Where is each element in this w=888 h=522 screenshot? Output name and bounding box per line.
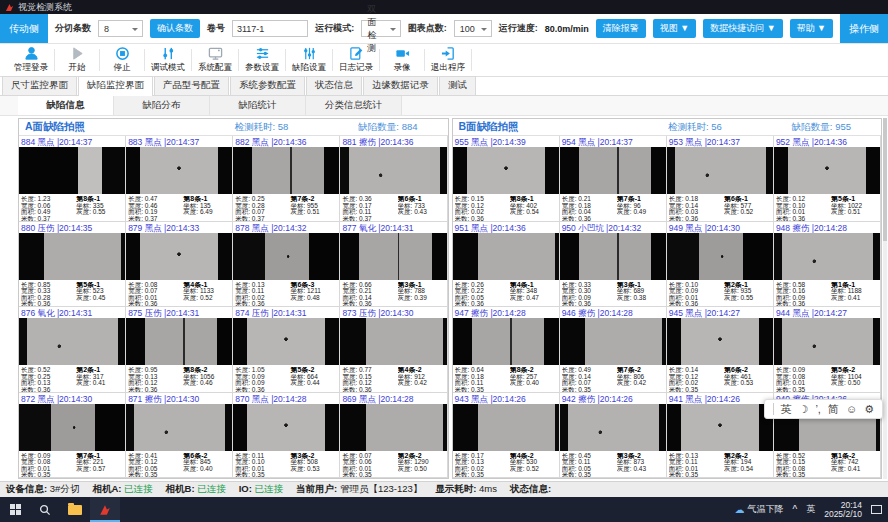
run-mode-select[interactable]: 双面检测 [361, 20, 400, 37]
data-access-menu-button[interactable]: 数据快捷访问 ▼ [703, 19, 782, 38]
start-button[interactable]: 开始 [55, 46, 99, 74]
defect-cell[interactable]: 949 黑点 |20:14:30长度: 0.10宽度: 0.09面积: 0.01… [667, 222, 774, 308]
info-left-column: 长度: 0.45宽度: 0.11面积: 0.05米数: 0.35 [562, 453, 617, 479]
defect-cell[interactable]: 878 黑点 |20:14:32长度: 0.13宽度: 0.11面积: 0.02… [233, 222, 340, 308]
drive-side-button[interactable]: 传动侧 [0, 14, 48, 43]
roll-number-input[interactable]: 3117-1 [232, 20, 308, 37]
param-settings-button[interactable]: 参数设置 [239, 46, 285, 74]
ime-simplified-icon[interactable]: 简 [828, 402, 839, 417]
confirm-count-button[interactable]: 确认条数 [150, 19, 200, 38]
info-line: 面积: 0.19 [128, 209, 183, 216]
defect-cell[interactable]: 955 黑点 |20:14:39长度: 0.15宽度: 0.12面积: 0.02… [453, 136, 560, 222]
defect-cell[interactable]: 870 黑点 |20:14:28长度: 0.11宽度: 0.10面积: 0.01… [233, 393, 340, 479]
panel-title: B面缺陷拍照 [459, 120, 519, 134]
info-line: 灰度: 0.42 [398, 380, 445, 387]
info-line: 面积: 0.01 [776, 380, 831, 387]
tab-status-info[interactable]: 状态信息 [306, 76, 362, 95]
defect-cell[interactable]: 877 氧化 |20:14:31长度: 0.66宽度: 0.21面积: 0.14… [340, 222, 447, 308]
start-button[interactable] [0, 497, 30, 522]
defect-cell[interactable]: 876 氧化 |20:14:31长度: 0.52宽度: 0.25面积: 0.13… [19, 307, 126, 393]
taskbar-explorer-button[interactable] [60, 497, 90, 522]
ime-settings-icon[interactable]: ⚙ [864, 403, 874, 416]
defect-cell[interactable]: 950 小凹坑 |20:14:32长度: 0.33宽度: 0.30面积: 0.0… [560, 222, 667, 308]
chart-points-select[interactable]: 100 [454, 20, 492, 37]
defect-cell[interactable]: 880 压伤 |20:14:35长度: 0.85宽度: 0.33面积: 0.28… [19, 222, 126, 308]
info-line: 面积: 0.09 [235, 380, 290, 387]
help-menu-button[interactable]: 帮助 ▼ [790, 19, 833, 38]
info-line: 长度: 0.10 [669, 282, 724, 289]
defect-cell[interactable]: 944 黑点 |20:14:27长度: 0.09宽度: 0.08面积: 0.01… [774, 307, 881, 393]
defect-cell[interactable]: 953 黑点 |20:14:37长度: 0.18宽度: 0.14面积: 0.03… [667, 136, 774, 222]
stop-button[interactable]: 停止 [100, 46, 144, 74]
info-line: 宽度: 0.33 [21, 288, 76, 295]
admin-login-button[interactable]: 管理登录 [8, 46, 54, 74]
defect-cell[interactable]: 874 压伤 |20:14:31长度: 1.05宽度: 0.09面积: 0.09… [233, 307, 340, 393]
weather-tray-item[interactable]: ☁ 气温下降 [734, 503, 783, 516]
defect-cell[interactable]: 943 黑点 |20:14:26长度: 0.17宽度: 0.13面积: 0.02… [453, 393, 560, 479]
info-line: 灰度: 0.43 [398, 209, 445, 216]
tray-expand-chevron[interactable]: ^ [792, 504, 797, 515]
subtab-defect-info[interactable]: 缺陷信息 [18, 96, 114, 115]
defect-cell[interactable]: 952 黑点 |20:14:36长度: 0.12宽度: 0.10面积: 0.01… [774, 136, 881, 222]
defect-cell[interactable]: 884 黑点 |20:14:37长度: 1.23宽度: 0.06面积: 0.49… [19, 136, 126, 222]
defect-cell[interactable]: 946 擦伤 |20:14:28长度: 0.49宽度: 0.14面积: 0.07… [560, 307, 667, 393]
strip-index-label: 第8条-1 [183, 196, 230, 203]
defect-cell[interactable]: 941 黑点 |20:14:26长度: 0.13宽度: 0.11面积: 0.01… [667, 393, 774, 479]
defect-cell[interactable]: 873 压伤 |20:14:30长度: 0.77宽度: 0.15面积: 0.12… [340, 307, 447, 393]
defect-cell[interactable]: 872 黑点 |20:14:30长度: 0.09宽度: 0.08面积: 0.01… [19, 393, 126, 479]
info-left-column: 长度: 0.77宽度: 0.15面积: 0.12米数: 0.36 [342, 367, 397, 393]
subtab-class-info-stats[interactable]: 分类信息统计 [306, 96, 402, 115]
defect-cell[interactable]: 947 擦伤 |20:14:28长度: 0.64宽度: 0.18面积: 0.11… [453, 307, 560, 393]
defect-cell[interactable]: 882 黑点 |20:14:36长度: 0.25宽度: 0.28面积: 0.07… [233, 136, 340, 222]
operator-side-button[interactable]: 操作侧 [840, 14, 888, 43]
info-right-column: 第7条-2坐标: 806灰度: 0.42 [617, 367, 664, 393]
info-line: 面积: 0.02 [235, 295, 290, 302]
tab-size-monitor[interactable]: 尺寸监控界面 [2, 76, 77, 95]
tray-ime-indicator[interactable]: 英 [806, 503, 815, 516]
defect-cell[interactable]: 948 擦伤 |20:14:28长度: 0.58宽度: 0.16面积: 0.09… [774, 222, 881, 308]
defect-cell[interactable]: 879 黑点 |20:14:33长度: 0.08宽度: 0.07面积: 0.01… [126, 222, 233, 308]
taskbar-search-button[interactable] [30, 497, 60, 522]
defect-cell[interactable]: 869 黑点 |20:14:28长度: 0.07宽度: 0.06面积: 0.01… [340, 393, 447, 479]
info-line: 米数: 0.35 [776, 472, 831, 478]
vertical-scrollbar[interactable] [883, 118, 887, 479]
subtab-defect-stats[interactable]: 缺陷统计 [210, 96, 306, 115]
defect-cell[interactable]: 951 黑点 |20:14:36长度: 0.26宽度: 0.22面积: 0.05… [453, 222, 560, 308]
defect-cell[interactable]: 942 擦伤 |20:14:26长度: 0.45宽度: 0.11面积: 0.05… [560, 393, 667, 479]
notification-center-icon[interactable] [871, 505, 882, 514]
status-item-label: 当前用户: [296, 483, 340, 494]
exit-program-button[interactable]: 退出程序 [425, 46, 471, 74]
ime-lang-indicator[interactable]: 英 [781, 402, 792, 417]
system-config-button[interactable]: 系统配置 [192, 46, 238, 74]
ime-drag-handle[interactable] [773, 403, 774, 415]
ime-moon-icon[interactable]: ☽ [799, 403, 809, 416]
view-menu-button[interactable]: 视图 ▼ [653, 19, 696, 38]
clear-alarm-button[interactable]: 清除报警 [596, 19, 646, 38]
scrollbar-thumb[interactable] [883, 118, 887, 241]
tab-system-params[interactable]: 系统参数配置 [230, 76, 305, 95]
defect-thumbnail-image [340, 404, 446, 451]
defect-settings-button[interactable]: 缺陷设置 [286, 46, 332, 74]
tab-defect-monitor[interactable]: 缺陷监控界面 [78, 76, 153, 96]
defect-cell[interactable]: 945 黑点 |20:14:27长度: 0.14宽度: 0.12面积: 0.02… [667, 307, 774, 393]
defect-cell[interactable]: 871 擦伤 |20:14:30长度: 0.41宽度: 0.12面积: 0.05… [126, 393, 233, 479]
defect-cell-header: 941 黑点 |20:14:26 [667, 393, 773, 404]
split-count-select[interactable]: 8 [98, 20, 143, 37]
ime-punctuation-icon[interactable]: ’, [815, 403, 821, 415]
defect-cell[interactable]: 883 黑点 |20:14:37长度: 0.47宽度: 0.46面积: 0.19… [126, 136, 233, 222]
strip-index-label: 第4条-1 [183, 282, 230, 289]
defect-cell[interactable]: 875 压伤 |20:14:31长度: 0.95宽度: 0.13面积: 0.12… [126, 307, 233, 393]
taskbar-clock[interactable]: 20:14 2025/2/10 [824, 501, 862, 519]
taskbar-inspection-app-button[interactable] [90, 497, 120, 522]
info-line: 米数: 0.35 [669, 472, 724, 478]
debug-mode-button[interactable]: 调试模式 [145, 46, 191, 74]
ime-emoji-icon[interactable]: ☺ [846, 403, 857, 415]
defect-cell[interactable]: 881 擦伤 |20:14:36长度: 0.36宽度: 0.17面积: 0.11… [340, 136, 447, 222]
defect-cell[interactable]: 954 黑点 |20:14:37长度: 0.21宽度: 0.18面积: 0.04… [560, 136, 667, 222]
tab-edge-data[interactable]: 边缘数据记录 [363, 76, 438, 95]
tab-test[interactable]: 测试 [439, 76, 476, 95]
info-line: 灰度: 0.41 [831, 466, 878, 473]
subtab-defect-distribution[interactable]: 缺陷分布 [114, 96, 210, 115]
tab-product-config[interactable]: 产品型号配置 [154, 76, 229, 95]
record-video-button[interactable]: 录像 [380, 46, 424, 74]
